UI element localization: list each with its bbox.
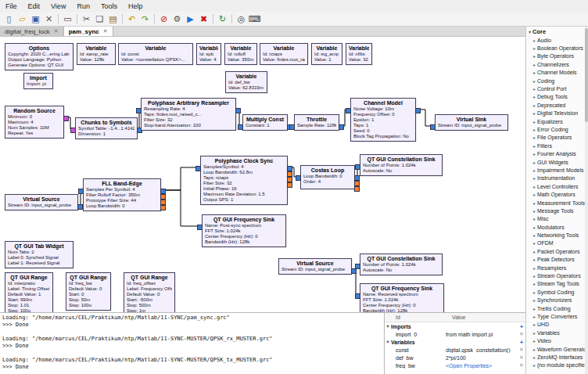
library-category[interactable]: ▸ Channel Models [526, 69, 588, 77]
block-freq_sink_1[interactable]: QT GUI Frequency SinkName: Post-sync spe… [202, 214, 286, 247]
editor-tab[interactable]: pam_sync ✕ [64, 27, 113, 36]
new-file-icon[interactable]: ▯ [2, 13, 16, 25]
library-category[interactable]: ▸ File Operators [526, 134, 588, 142]
library-category[interactable]: ▸ Video [526, 336, 588, 344]
library-root[interactable]: ▾ Core [526, 27, 588, 36]
caret-down-icon[interactable]: ▼ [385, 324, 391, 329]
block-pfb_resampler[interactable]: Polyphase Arbitrary ResamplerResampling … [141, 98, 236, 131]
port-out-float[interactable] [287, 177, 292, 182]
library-category[interactable]: ▸ Error Coding [526, 125, 588, 133]
port-in-complex[interactable] [296, 175, 301, 181]
port-in-complex[interactable] [355, 293, 360, 299]
library-category[interactable]: ▸ Level Controllers [526, 182, 588, 190]
library-category[interactable]: ▸ GUI Widgets [526, 158, 588, 166]
port-in-complex[interactable] [78, 189, 84, 194]
port-out-complex[interactable] [339, 124, 344, 130]
port-out-complex[interactable] [160, 189, 166, 194]
port-out-complex[interactable] [354, 175, 360, 181]
block-chunks_to_symbols[interactable]: Chunks to SymbolsSymbol Table: -1.4...1.… [75, 117, 138, 139]
library-category[interactable]: ▸ Peak Detectors [526, 256, 588, 264]
library-category[interactable]: ▸ Boolean Operators [526, 44, 588, 52]
remove-variable-button[interactable]: ✕ [518, 354, 525, 361]
block-multiply_const[interactable]: Multiply ConstConstant: 1 [242, 114, 288, 131]
variable-section-row[interactable]: ▼Imports+ [385, 322, 525, 330]
block-import_pi[interactable]: ImportImport: pi [23, 73, 53, 89]
port-out-complex[interactable] [351, 268, 357, 274]
variable-section-row[interactable]: ▼Variables+ [385, 338, 525, 346]
library-category[interactable]: ▸ Misc [526, 215, 588, 223]
tab-close-icon[interactable]: ✕ [103, 28, 108, 34]
variable-row[interactable]: constdigital.qpsk_constellation()✕ [385, 346, 525, 354]
library-category[interactable]: ▸ Audio [526, 36, 588, 44]
block-virtual_source_1[interactable]: Virtual SourceStream ID: input_signal_pr… [5, 194, 78, 210]
port-out-complex[interactable] [415, 108, 421, 113]
variable-row[interactable]: def_bw2*pi/100✕ [385, 354, 525, 361]
port-out-complex[interactable] [235, 108, 241, 113]
close-file-icon[interactable]: ✕ [42, 13, 56, 25]
library-category[interactable]: ▸ Digital Television [526, 110, 588, 117]
library-category[interactable]: ▸ Filters [526, 142, 588, 149]
port-out-float[interactable] [354, 186, 360, 192]
block-range_interpratio[interactable]: QT GUI RangeId: interpratioLabel: Timing… [5, 272, 53, 312]
library-category[interactable]: ▸ Math Operators [526, 190, 588, 198]
library-category[interactable]: ▸ Message Tools [526, 207, 588, 214]
copy-icon[interactable]: ❏ [93, 13, 106, 25]
cut-icon[interactable]: ✂ [80, 13, 93, 25]
block-var_rolloff[interactable]: VariableId: rolloffValue: 350m [224, 43, 257, 65]
library-category[interactable]: ▸ Symbol Coding [526, 288, 588, 296]
find-block-icon[interactable]: ◎ [235, 13, 248, 25]
block-const_sink_1[interactable]: QT GUI Constellation SinkNumber of Point… [360, 154, 443, 176]
library-category[interactable]: ▸ Deprecated [526, 101, 588, 109]
generate-flowgraph-icon[interactable]: ⚙ [170, 13, 184, 25]
block-range_freq_bw[interactable]: QT GUI RangeId: freq_bwDefault Value: 0S… [66, 272, 111, 311]
library-category[interactable]: ▸ Measurement Tools [526, 199, 588, 207]
port-out-float[interactable] [160, 200, 166, 205]
port-out-complex[interactable] [287, 166, 292, 171]
block-var_const[interactable]: VariableId: constValue: <constellation Q… [118, 43, 193, 65]
scrollbar-thumb[interactable] [585, 28, 588, 122]
connection-wire[interactable] [161, 190, 202, 226]
port-out-float[interactable] [160, 205, 166, 210]
remove-variable-button[interactable]: ✕ [518, 331, 525, 337]
library-category[interactable]: ▸ (no module specified) [526, 361, 588, 369]
block-virtual_source_2[interactable]: Virtual SourceStream ID: input_signal_pr… [278, 258, 352, 275]
library-category[interactable]: ▸ Waveform Generators [526, 345, 588, 353]
editor-tab[interactable]: digital_freq_lock ✕ [0, 27, 64, 36]
variable-row[interactable]: freq_bw<Open Properties>✕ [385, 361, 525, 369]
screen-capture-icon[interactable]: ▭ [61, 13, 74, 25]
block-pfb_clock_sync[interactable]: Polyphase Clock SyncSamples/Symbol: 4Loo… [200, 156, 288, 205]
block-costas_loop[interactable]: Costas LoopLoop Bandwidth: 0Order: 4 [300, 165, 355, 189]
port-in-complex[interactable] [197, 225, 203, 230]
menu-item[interactable]: Help [123, 0, 149, 12]
redo-icon[interactable]: ↷ [138, 13, 152, 25]
block-const_sink_2[interactable]: QT GUI Constellation SinkNumber of Point… [360, 254, 443, 275]
caret-down-icon[interactable]: ▼ [385, 340, 391, 344]
tab-close-icon[interactable]: ✕ [54, 28, 59, 34]
library-category[interactable]: ▸ Resamplers [526, 264, 588, 272]
library-category[interactable]: ▸ OFDM [526, 239, 588, 247]
connection-wire[interactable] [161, 167, 200, 190]
remove-variable-button[interactable]: ✕ [518, 347, 525, 353]
library-category[interactable]: ▸ Byte Operators [526, 52, 588, 60]
variable-row[interactable]: import_0from math import pi✕ [385, 330, 525, 338]
flowgraph-canvas[interactable]: OptionsCopyright: 2020 C...ering LabOutp… [0, 37, 525, 312]
block-options[interactable]: OptionsCopyright: 2020 C...ering LabOutp… [5, 43, 74, 70]
library-category[interactable]: ▸ Stream Operators [526, 272, 588, 279]
block-virtual_sink[interactable]: Virtual SinkStream ID: input_signal_prob… [435, 114, 508, 131]
port-in-complex[interactable] [430, 124, 436, 130]
library-category[interactable]: ▸ Packet Operators [526, 247, 588, 255]
port-in-complex[interactable] [346, 108, 351, 113]
remove-variable-button[interactable]: ✕ [518, 362, 525, 369]
block-var_spb[interactable]: VariableId: spbValue: 4 [196, 43, 221, 65]
library-category[interactable]: ▸ Instrumentation [526, 174, 588, 182]
block-random_source[interactable]: Random SourceMinimum: 0Maximum: 4Num Sam… [5, 106, 64, 138]
block-var_def_bw[interactable]: VariableId: def_bwValue: 62.8319m [225, 71, 267, 93]
block-throttle[interactable]: ThrottleSample Rate: 128k [294, 114, 339, 131]
library-category[interactable]: ▸ Control Port [526, 85, 588, 92]
port-out-float[interactable] [354, 181, 360, 186]
library-category[interactable]: ▸ Modulators [526, 223, 588, 231]
add-variable-button[interactable]: + [518, 324, 525, 329]
library-category[interactable]: ▸ Trellis Coding [526, 304, 588, 312]
block-tab_widget[interactable]: QT GUI Tab WidgetNum Tabs: 2Label 0: Syn… [5, 241, 74, 268]
execute-flowgraph-icon[interactable]: ▶ [184, 13, 197, 25]
